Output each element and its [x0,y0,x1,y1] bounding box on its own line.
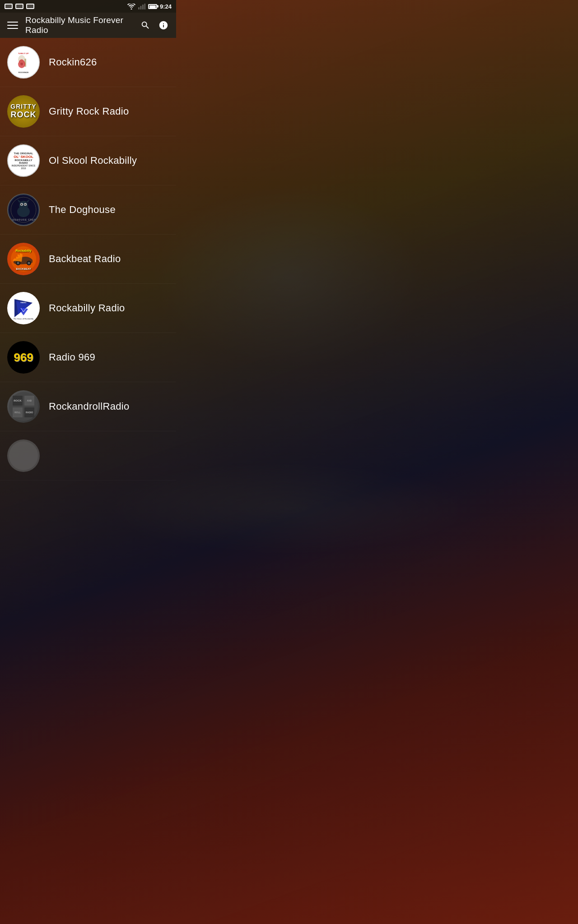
svg-point-26 [28,262,30,264]
station-name-radio969: Radio 969 [49,351,95,363]
wifi-icon [127,4,135,9]
station-item-partial[interactable] [0,431,176,480]
station-item-the-doghouse[interactable]: DOGHOUSE CREW The Doghouse [0,185,176,235]
battery-icon [148,4,157,9]
station-logo-olskool: THE ORIGINAL OL' SKOOL ROCKABILLY RADIO … [7,144,40,177]
station-name-doghouse: The Doghouse [49,204,116,216]
station-logo-rockin626: ROCKIN626 TURN IT UP! [7,46,40,79]
station-name-olskool: Ol Skool Rockabilly [49,155,137,166]
svg-text:RADIO: RADIO [21,301,27,304]
info-button[interactable] [158,20,169,31]
svg-rect-2 [142,5,144,9]
status-icon-2 [15,4,23,9]
station-item-rockin626[interactable]: ROCKIN626 TURN IT UP! Rockin626 [0,38,176,87]
svg-text:ROCKIN626: ROCKIN626 [19,71,29,74]
station-list: ROCKIN626 TURN IT UP! Rockin626 GRITTY R… [0,38,176,480]
app-title: Rockabilly Music Forever Radio [25,15,133,35]
status-icon-1 [5,4,13,9]
station-item-radio-969[interactable]: 969 Radio 969 [0,333,176,382]
search-button[interactable] [140,20,151,31]
svg-point-18 [22,204,23,205]
svg-text:BACKBEAT: BACKBEAT [16,268,31,270]
svg-text:AND: AND [27,399,32,402]
menu-icon[interactable] [7,22,18,29]
svg-text:Rockabilly: Rockabilly [18,298,29,300]
svg-text:Rockabilly: Rockabilly [15,249,31,253]
status-bar: 9:24 [0,0,176,13]
svg-text:RADIO: RADIO [26,411,33,414]
signal-icon [138,4,145,9]
station-name-gritty: Gritty Rock Radio [49,106,129,117]
svg-text:The Voice of Rockabilly: The Voice of Rockabilly [14,318,34,320]
svg-point-19 [25,204,26,205]
svg-rect-1 [140,6,141,9]
station-logo-radio969: 969 [7,341,40,374]
status-icon-3 [26,4,34,9]
station-logo-doghouse: DOGHOUSE CREW [7,194,40,226]
station-logo-gritty: GRITTY ROCK [7,95,40,128]
status-icons-left [5,4,34,9]
svg-text:DOGHOUSE CREW: DOGHOUSE CREW [10,218,37,221]
station-item-ol-skool-rockabilly[interactable]: THE ORIGINAL OL' SKOOL ROCKABILLY RADIO … [0,136,176,185]
svg-point-7 [20,63,23,65]
station-name-rockin626: Rockin626 [49,56,97,68]
station-item-gritty-rock-radio[interactable]: GRITTY ROCK Gritty Rock Radio [0,87,176,136]
status-icons-right: 9:24 [127,3,172,10]
logo-text-969: 969 [14,351,33,365]
svg-point-13 [19,201,28,210]
station-name-backbeat: Backbeat Radio [49,253,121,265]
svg-text:ROLL: ROLL [14,411,21,414]
station-item-rockandroll-radio[interactable]: ROCK AND ROLL RADIO RockandrollRadio [0,382,176,431]
svg-rect-3 [144,4,145,9]
station-logo-backbeat: Rockabilly BACKBEAT [7,243,40,275]
svg-text:ROCK: ROCK [14,399,22,402]
station-logo-rockabilly-radio: Rockabilly RADIO The Voice of Rockabilly [7,292,40,324]
station-name-rockandroll: RockandrollRadio [49,401,129,412]
app-bar: Rockabilly Music Forever Radio [0,13,176,38]
status-time: 9:24 [160,3,172,10]
svg-point-25 [17,262,19,264]
station-logo-rockandroll: ROCK AND ROLL RADIO [7,390,40,423]
station-item-rockabilly-radio[interactable]: Rockabilly RADIO The Voice of Rockabilly… [0,284,176,333]
station-logo-partial [7,439,40,472]
svg-text:TURN IT UP!: TURN IT UP! [18,52,29,55]
station-name-rockabilly-radio: Rockabilly Radio [49,302,125,314]
svg-rect-0 [138,7,140,9]
svg-point-42 [9,441,38,470]
station-item-backbeat-radio[interactable]: Rockabilly BACKBEAT Backbeat Radio [0,235,176,284]
